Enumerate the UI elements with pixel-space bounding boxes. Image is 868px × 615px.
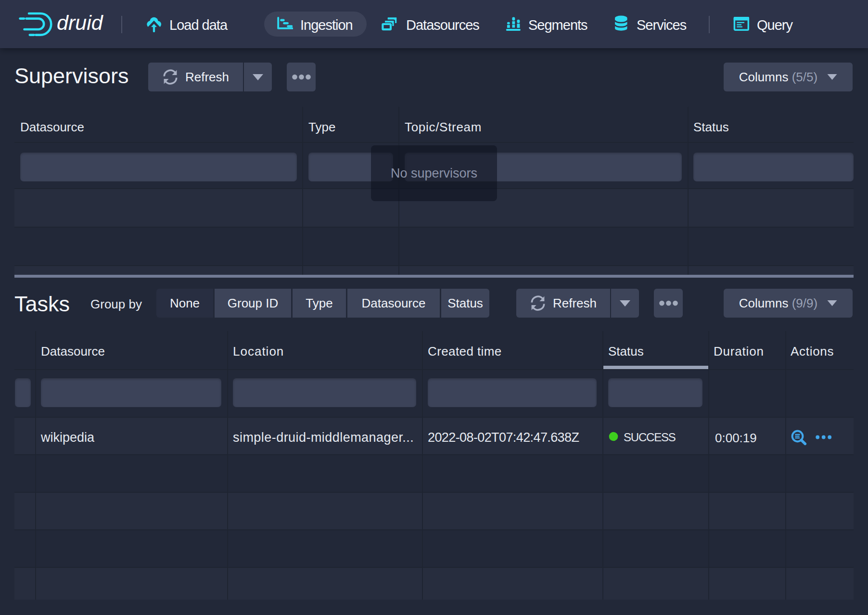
- svg-text:druid: druid: [57, 11, 104, 34]
